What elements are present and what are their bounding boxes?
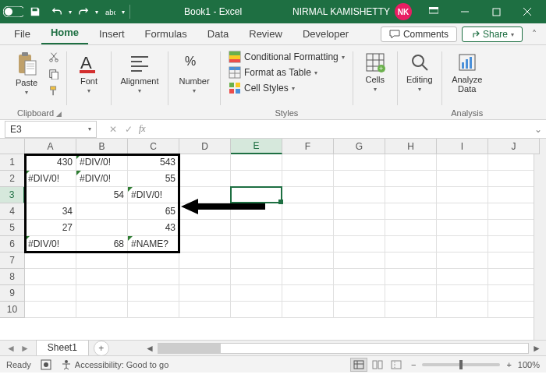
cell-H7[interactable] <box>385 253 437 269</box>
cell-J10[interactable] <box>488 302 540 318</box>
col-header-B[interactable]: B <box>76 139 128 154</box>
horizontal-scrollbar[interactable] <box>158 343 529 354</box>
col-header-E[interactable]: E <box>231 139 282 154</box>
ribbon-collapse-icon[interactable]: ˄ <box>527 26 541 42</box>
tab-formulas[interactable]: Formulas <box>136 25 197 44</box>
tab-review[interactable]: Review <box>239 25 292 44</box>
page-break-view-icon[interactable] <box>388 358 405 372</box>
cell-F8[interactable] <box>282 269 334 285</box>
number-group-button[interactable]: % Number ▾ <box>173 50 215 104</box>
col-header-H[interactable]: H <box>385 139 437 154</box>
tab-data[interactable]: Data <box>198 25 238 44</box>
cell-F9[interactable] <box>282 285 334 302</box>
cell-E3[interactable] <box>231 187 282 203</box>
add-sheet-button[interactable]: + <box>94 341 109 356</box>
cell-A2[interactable]: #DIV/0! <box>25 171 76 187</box>
cell-D3[interactable] <box>179 187 231 203</box>
accessibility-status[interactable]: Accessibility: Good to go <box>61 359 168 370</box>
cell-J5[interactable] <box>488 220 540 236</box>
cell-H8[interactable] <box>385 269 437 285</box>
cell-G3[interactable] <box>334 187 385 203</box>
cell-D10[interactable] <box>179 302 231 318</box>
zoom-out-icon[interactable]: − <box>411 360 416 369</box>
cell-B6[interactable]: 68 <box>76 236 128 253</box>
cell-E6[interactable] <box>231 236 282 253</box>
macro-record-icon[interactable] <box>41 359 51 370</box>
row-header-9[interactable]: 9 <box>0 285 25 302</box>
zoom-level[interactable]: 100% <box>518 360 540 369</box>
cell-J3[interactable] <box>488 187 540 203</box>
font-qat-icon[interactable]: abc <box>100 2 120 21</box>
cell-I2[interactable] <box>437 171 488 187</box>
cell-E8[interactable] <box>231 269 282 285</box>
cell-D6[interactable] <box>179 236 231 253</box>
cell-A1[interactable]: 430 <box>25 154 76 171</box>
cell-E9[interactable] <box>231 285 282 302</box>
col-header-F[interactable]: F <box>282 139 334 154</box>
cell-G9[interactable] <box>334 285 385 302</box>
cell-A4[interactable]: 34 <box>25 203 76 220</box>
cell-J7[interactable] <box>488 253 540 269</box>
paste-button[interactable]: Paste ▾ <box>9 50 44 104</box>
cell-A3[interactable] <box>25 187 76 203</box>
cell-H9[interactable] <box>385 285 437 302</box>
cell-I9[interactable] <box>437 285 488 302</box>
cell-J4[interactable] <box>488 203 540 220</box>
maximize-icon[interactable] <box>480 0 512 23</box>
cell-I1[interactable] <box>437 154 488 171</box>
cell-B4[interactable] <box>76 203 128 220</box>
zoom-in-icon[interactable]: + <box>506 360 511 369</box>
cell-G1[interactable] <box>334 154 385 171</box>
cell-G8[interactable] <box>334 269 385 285</box>
row-header-4[interactable]: 4 <box>0 203 25 220</box>
cell-E1[interactable] <box>231 154 282 171</box>
cell-G6[interactable] <box>334 236 385 253</box>
row-header-6[interactable]: 6 <box>0 236 25 253</box>
cell-D4[interactable] <box>179 203 231 220</box>
cell-G4[interactable] <box>334 203 385 220</box>
cell-E4[interactable] <box>231 203 282 220</box>
cell-D5[interactable] <box>179 220 231 236</box>
avatar[interactable]: NK <box>395 3 412 20</box>
cell-J6[interactable] <box>488 236 540 253</box>
save-icon[interactable] <box>25 2 45 21</box>
sheet-nav-next-icon[interactable]: ► <box>20 343 30 354</box>
cell-B3[interactable]: 54 <box>76 187 128 203</box>
share-button[interactable]: Share ▾ <box>462 26 523 42</box>
select-all-corner[interactable] <box>0 139 25 154</box>
autosave-toggle[interactable] <box>3 2 23 21</box>
sheet-tab[interactable]: Sheet1 <box>36 340 89 355</box>
cell-C2[interactable]: 55 <box>128 171 179 187</box>
cell-C3[interactable]: #DIV/0! <box>128 187 179 203</box>
cell-G5[interactable] <box>334 220 385 236</box>
cell-D9[interactable] <box>179 285 231 302</box>
row-header-3[interactable]: 3 <box>0 187 25 203</box>
cell-C1[interactable]: 543 <box>128 154 179 171</box>
cell-styles-button[interactable]: Cell Styles ▾ <box>225 81 348 95</box>
cell-I4[interactable] <box>437 203 488 220</box>
cell-F7[interactable] <box>282 253 334 269</box>
cell-J9[interactable] <box>488 285 540 302</box>
cell-B8[interactable] <box>76 269 128 285</box>
cells-group-button[interactable]: + Cells ▾ <box>358 50 392 104</box>
cell-A10[interactable] <box>25 302 76 318</box>
cell-C4[interactable]: 65 <box>128 203 179 220</box>
row-header-8[interactable]: 8 <box>0 269 25 285</box>
cell-A5[interactable]: 27 <box>25 220 76 236</box>
tab-developer[interactable]: Developer <box>293 25 358 44</box>
cell-C10[interactable] <box>128 302 179 318</box>
copy-icon[interactable] <box>46 67 62 81</box>
tab-file[interactable]: File <box>5 25 40 44</box>
cell-I10[interactable] <box>437 302 488 318</box>
undo-icon[interactable] <box>47 2 67 21</box>
scroll-right-icon[interactable]: ► <box>530 342 543 355</box>
cell-C9[interactable] <box>128 285 179 302</box>
name-box[interactable]: E3 ▾ <box>5 121 97 138</box>
zoom-slider[interactable] <box>422 363 500 366</box>
cell-E10[interactable] <box>231 302 282 318</box>
vertical-scrollbar[interactable] <box>534 139 546 340</box>
expand-formula-bar-icon[interactable]: ⌄ <box>530 124 546 135</box>
cell-A9[interactable] <box>25 285 76 302</box>
cell-C8[interactable] <box>128 269 179 285</box>
cell-C5[interactable]: 43 <box>128 220 179 236</box>
